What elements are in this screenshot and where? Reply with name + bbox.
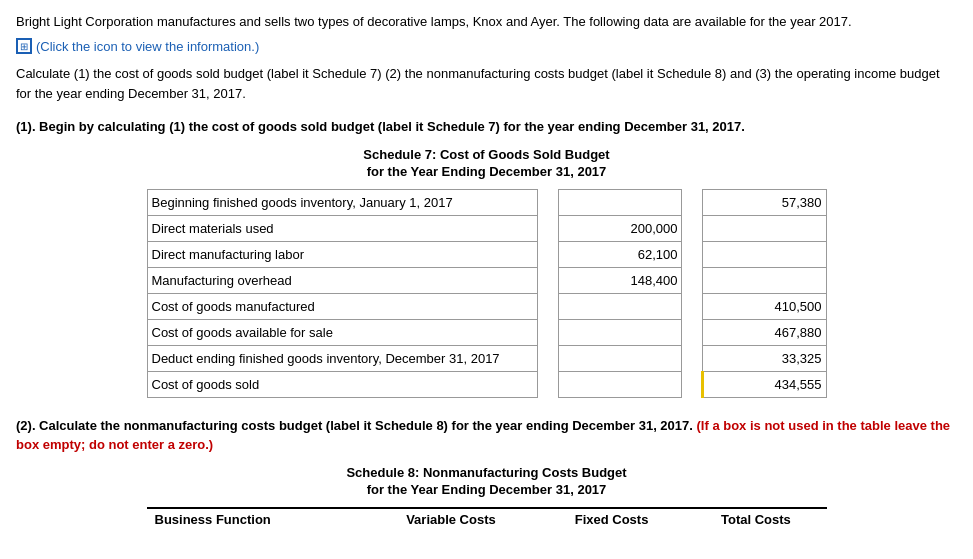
amount-cell[interactable]: 148,400 [559,267,682,293]
schedule7-subtitle: for the Year Ending December 31, 2017 [16,164,957,179]
empty-total-cell[interactable] [703,267,826,293]
schedule7-title: Schedule 7: Cost of Goods Sold Budget [16,147,957,162]
schedule8-header-business-function: Business Function [147,508,365,530]
total-cell[interactable]: 57,380 [703,189,826,215]
icon-link-label: (Click the icon to view the information.… [36,39,259,54]
total-cell[interactable]: 434,555 [703,371,826,397]
empty-total-cell[interactable] [703,215,826,241]
amount-cell[interactable]: 200,000 [559,215,682,241]
amount-cell[interactable]: 62,100 [559,241,682,267]
row-label: Direct manufacturing labor [147,241,538,267]
table-row: Direct materials used200,000 [147,215,826,241]
empty-amount-cell[interactable] [559,371,682,397]
schedule8-header-total-costs: Total Costs [685,508,826,530]
row-label: Deduct ending finished goods inventory, … [147,345,538,371]
total-cell[interactable]: 410,500 [703,293,826,319]
table-row: Cost of goods sold434,555 [147,371,826,397]
row-label: Cost of goods manufactured [147,293,538,319]
empty-amount-cell[interactable] [559,345,682,371]
total-cell[interactable]: 467,880 [703,319,826,345]
schedule8-header-variable-costs: Variable Costs [364,508,538,530]
question1-label: (1). Begin by calculating (1) the cost o… [16,117,957,137]
question1-block: (1). Begin by calculating (1) the cost o… [16,117,957,398]
empty-amount-cell[interactable] [559,189,682,215]
schedule8-title: Schedule 8: Nonmanufacturing Costs Budge… [16,465,957,480]
question2-main: (2). Calculate the nonmanufacturing cost… [16,418,693,433]
empty-amount-cell[interactable] [559,319,682,345]
question2-label: (2). Calculate the nonmanufacturing cost… [16,416,957,455]
empty-total-cell[interactable] [703,241,826,267]
question2-block: (2). Calculate the nonmanufacturing cost… [16,416,957,530]
row-label: Beginning finished goods inventory, Janu… [147,189,538,215]
schedule8-header-fixed-costs: Fixed Costs [538,508,686,530]
empty-amount-cell[interactable] [559,293,682,319]
table-row: Cost of goods manufactured410,500 [147,293,826,319]
row-label: Manufacturing overhead [147,267,538,293]
row-label: Cost of goods sold [147,371,538,397]
table-row: Beginning finished goods inventory, Janu… [147,189,826,215]
intro-line1: Bright Light Corporation manufactures an… [16,12,957,32]
calculate-instructions: Calculate (1) the cost of goods sold bud… [16,64,957,103]
table-row: Deduct ending finished goods inventory, … [147,345,826,371]
icon-link[interactable]: ⊞ (Click the icon to view the informatio… [16,38,259,54]
schedule7-table: Beginning finished goods inventory, Janu… [147,189,827,398]
schedule8-table: Business FunctionVariable CostsFixed Cos… [147,507,827,530]
row-label: Direct materials used [147,215,538,241]
row-label: Cost of goods available for sale [147,319,538,345]
table-row: Manufacturing overhead148,400 [147,267,826,293]
table-row: Direct manufacturing labor62,100 [147,241,826,267]
table-row: Cost of goods available for sale467,880 [147,319,826,345]
table-icon: ⊞ [16,38,32,54]
total-cell[interactable]: 33,325 [703,345,826,371]
schedule8-subtitle: for the Year Ending December 31, 2017 [16,482,957,497]
